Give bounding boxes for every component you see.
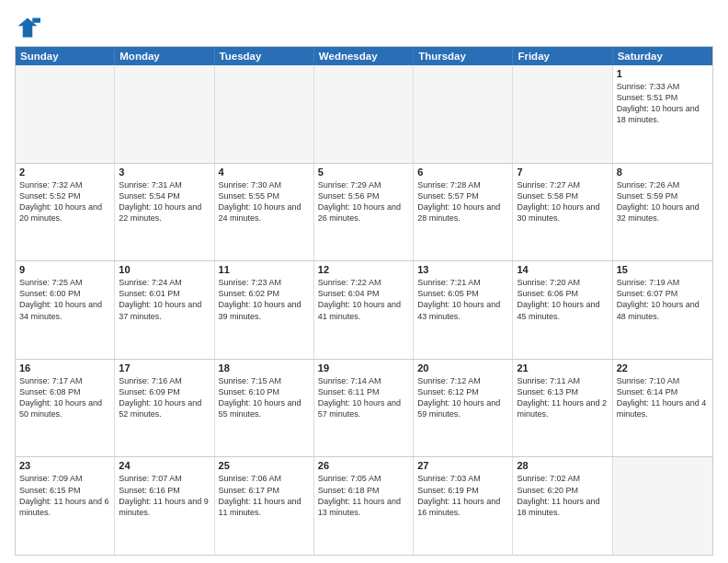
- day-number: 7: [517, 167, 608, 178]
- calendar-cell: 3Sunrise: 7:31 AMSunset: 5:54 PMDaylight…: [115, 164, 214, 261]
- day-number: 5: [318, 167, 409, 178]
- calendar-cell: 2Sunrise: 7:32 AMSunset: 5:52 PMDaylight…: [16, 164, 115, 261]
- day-info: Sunrise: 7:11 AMSunset: 6:13 PMDaylight:…: [517, 375, 608, 420]
- day-info: Sunrise: 7:06 AMSunset: 6:17 PMDaylight:…: [219, 473, 310, 518]
- header: [15, 11, 713, 40]
- cal-header-day: Sunday: [16, 47, 115, 65]
- calendar-cell: [16, 65, 115, 163]
- calendar-cell: 4Sunrise: 7:30 AMSunset: 5:55 PMDaylight…: [215, 164, 314, 261]
- logo-icon: [15, 15, 40, 40]
- calendar-cell: [215, 65, 314, 163]
- day-info: Sunrise: 7:05 AMSunset: 6:18 PMDaylight:…: [318, 473, 409, 518]
- day-info: Sunrise: 7:12 AMSunset: 6:12 PMDaylight:…: [417, 375, 508, 420]
- calendar-body: 1Sunrise: 7:33 AMSunset: 5:51 PMDaylight…: [16, 65, 712, 555]
- day-number: 11: [219, 264, 310, 275]
- day-number: 27: [417, 460, 508, 471]
- day-info: Sunrise: 7:32 AMSunset: 5:52 PMDaylight:…: [19, 179, 110, 224]
- day-info: Sunrise: 7:24 AMSunset: 6:01 PMDaylight:…: [119, 277, 210, 322]
- calendar-week: 23Sunrise: 7:09 AMSunset: 6:15 PMDayligh…: [16, 457, 712, 555]
- day-info: Sunrise: 7:28 AMSunset: 5:57 PMDaylight:…: [417, 179, 508, 224]
- calendar-cell: [314, 65, 414, 163]
- day-number: 18: [219, 362, 310, 373]
- day-info: Sunrise: 7:09 AMSunset: 6:15 PMDaylight:…: [19, 473, 110, 518]
- day-info: Sunrise: 7:22 AMSunset: 6:04 PMDaylight:…: [318, 277, 409, 322]
- day-info: Sunrise: 7:16 AMSunset: 6:09 PMDaylight:…: [119, 375, 210, 420]
- day-number: 9: [19, 264, 110, 275]
- calendar-cell: 13Sunrise: 7:21 AMSunset: 6:05 PMDayligh…: [414, 261, 513, 359]
- day-number: 10: [119, 264, 210, 275]
- day-info: Sunrise: 7:14 AMSunset: 6:11 PMDaylight:…: [318, 375, 409, 420]
- calendar-week: 16Sunrise: 7:17 AMSunset: 6:08 PMDayligh…: [16, 360, 712, 458]
- calendar-cell: 5Sunrise: 7:29 AMSunset: 5:56 PMDaylight…: [314, 164, 414, 261]
- day-info: Sunrise: 7:30 AMSunset: 5:55 PMDaylight:…: [219, 179, 310, 224]
- day-info: Sunrise: 7:07 AMSunset: 6:16 PMDaylight:…: [119, 473, 210, 518]
- day-number: 26: [318, 460, 409, 471]
- day-number: 17: [119, 362, 210, 373]
- day-info: Sunrise: 7:17 AMSunset: 6:08 PMDaylight:…: [19, 375, 110, 420]
- cal-header-day: Thursday: [414, 47, 513, 65]
- cal-header-day: Wednesday: [314, 47, 414, 65]
- day-info: Sunrise: 7:15 AMSunset: 6:10 PMDaylight:…: [219, 375, 310, 420]
- calendar-week: 2Sunrise: 7:32 AMSunset: 5:52 PMDaylight…: [16, 164, 712, 262]
- calendar-cell: 26Sunrise: 7:05 AMSunset: 6:18 PMDayligh…: [314, 457, 414, 555]
- day-number: 21: [517, 362, 608, 373]
- calendar-cell: 16Sunrise: 7:17 AMSunset: 6:08 PMDayligh…: [16, 360, 115, 457]
- day-info: Sunrise: 7:20 AMSunset: 6:06 PMDaylight:…: [517, 277, 608, 322]
- day-info: Sunrise: 7:27 AMSunset: 5:58 PMDaylight:…: [517, 179, 608, 224]
- calendar-cell: [115, 65, 214, 163]
- cal-header-day: Monday: [115, 47, 214, 65]
- day-number: 2: [19, 167, 110, 178]
- day-number: 15: [617, 264, 709, 275]
- cal-header-day: Tuesday: [215, 47, 314, 65]
- day-number: 24: [119, 460, 210, 471]
- day-number: 6: [417, 167, 508, 178]
- calendar-cell: 20Sunrise: 7:12 AMSunset: 6:12 PMDayligh…: [414, 360, 513, 457]
- calendar-cell: 9Sunrise: 7:25 AMSunset: 6:00 PMDaylight…: [16, 261, 115, 359]
- calendar-cell: 28Sunrise: 7:02 AMSunset: 6:20 PMDayligh…: [513, 457, 612, 555]
- calendar: SundayMondayTuesdayWednesdayThursdayFrid…: [15, 46, 713, 556]
- calendar-cell: 12Sunrise: 7:22 AMSunset: 6:04 PMDayligh…: [314, 261, 414, 359]
- cal-header-day: Saturday: [613, 47, 712, 65]
- day-number: 20: [417, 362, 508, 373]
- day-number: 22: [617, 362, 709, 373]
- calendar-cell: 25Sunrise: 7:06 AMSunset: 6:17 PMDayligh…: [215, 457, 314, 555]
- day-number: 25: [219, 460, 310, 471]
- calendar-cell: 19Sunrise: 7:14 AMSunset: 6:11 PMDayligh…: [314, 360, 414, 457]
- day-info: Sunrise: 7:26 AMSunset: 5:59 PMDaylight:…: [617, 179, 709, 224]
- day-number: 19: [318, 362, 409, 373]
- calendar-cell: 1Sunrise: 7:33 AMSunset: 5:51 PMDaylight…: [613, 65, 712, 163]
- day-info: Sunrise: 7:19 AMSunset: 6:07 PMDaylight:…: [617, 277, 709, 322]
- calendar-cell: 21Sunrise: 7:11 AMSunset: 6:13 PMDayligh…: [513, 360, 612, 457]
- day-number: 8: [617, 167, 709, 178]
- calendar-cell: 24Sunrise: 7:07 AMSunset: 6:16 PMDayligh…: [115, 457, 214, 555]
- calendar-cell: 10Sunrise: 7:24 AMSunset: 6:01 PMDayligh…: [115, 261, 214, 359]
- day-info: Sunrise: 7:31 AMSunset: 5:54 PMDaylight:…: [119, 179, 210, 224]
- day-info: Sunrise: 7:33 AMSunset: 5:51 PMDaylight:…: [617, 81, 709, 126]
- day-info: Sunrise: 7:23 AMSunset: 6:02 PMDaylight:…: [219, 277, 310, 322]
- calendar-cell: 15Sunrise: 7:19 AMSunset: 6:07 PMDayligh…: [613, 261, 712, 359]
- day-info: Sunrise: 7:29 AMSunset: 5:56 PMDaylight:…: [318, 179, 409, 224]
- svg-marker-1: [32, 18, 40, 23]
- calendar-cell: 23Sunrise: 7:09 AMSunset: 6:15 PMDayligh…: [16, 457, 115, 555]
- calendar-week: 1Sunrise: 7:33 AMSunset: 5:51 PMDaylight…: [16, 65, 712, 164]
- day-number: 14: [517, 264, 608, 275]
- day-number: 13: [417, 264, 508, 275]
- calendar-cell: 27Sunrise: 7:03 AMSunset: 6:19 PMDayligh…: [414, 457, 513, 555]
- day-info: Sunrise: 7:02 AMSunset: 6:20 PMDaylight:…: [517, 473, 608, 518]
- day-info: Sunrise: 7:03 AMSunset: 6:19 PMDaylight:…: [417, 473, 508, 518]
- calendar-cell: [414, 65, 513, 163]
- calendar-cell: 18Sunrise: 7:15 AMSunset: 6:10 PMDayligh…: [215, 360, 314, 457]
- calendar-cell: 14Sunrise: 7:20 AMSunset: 6:06 PMDayligh…: [513, 261, 612, 359]
- calendar-cell: 7Sunrise: 7:27 AMSunset: 5:58 PMDaylight…: [513, 164, 612, 261]
- day-number: 28: [517, 460, 608, 471]
- page: SundayMondayTuesdayWednesdayThursdayFrid…: [0, 0, 728, 563]
- day-number: 3: [119, 167, 210, 178]
- calendar-cell: 6Sunrise: 7:28 AMSunset: 5:57 PMDaylight…: [414, 164, 513, 261]
- day-number: 1: [617, 68, 709, 79]
- day-info: Sunrise: 7:10 AMSunset: 6:14 PMDaylight:…: [617, 375, 709, 420]
- calendar-cell: [613, 457, 712, 555]
- calendar-cell: 8Sunrise: 7:26 AMSunset: 5:59 PMDaylight…: [613, 164, 712, 261]
- calendar-week: 9Sunrise: 7:25 AMSunset: 6:00 PMDaylight…: [16, 261, 712, 360]
- day-info: Sunrise: 7:21 AMSunset: 6:05 PMDaylight:…: [417, 277, 508, 322]
- cal-header-day: Friday: [513, 47, 612, 65]
